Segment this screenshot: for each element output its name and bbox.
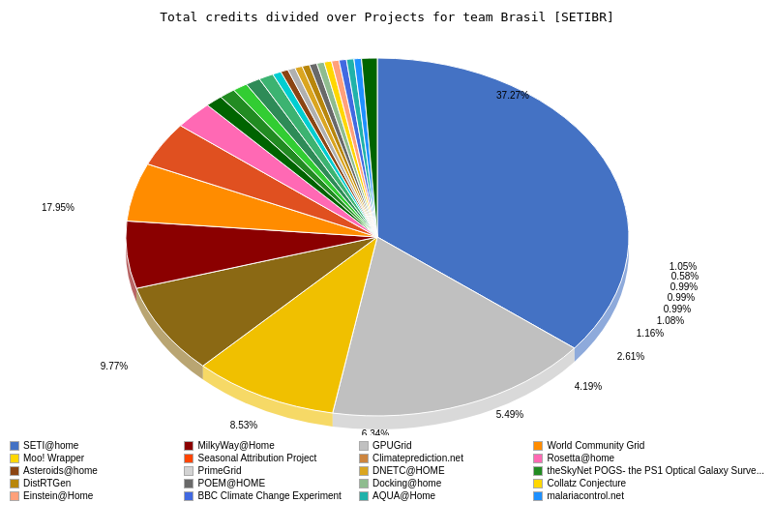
- pie-chart: 37.27%17.95%9.77%8.53%6.34%5.49%4.19%2.6…: [0, 29, 774, 435]
- legend-item: Einstein@Home: [10, 490, 179, 501]
- svg-text:37.27%: 37.27%: [496, 90, 529, 101]
- legend-label: POEM@HOME: [197, 478, 265, 488]
- legend-label: BBC Climate Change Experiment: [197, 490, 341, 501]
- legend-color-box: [184, 466, 194, 476]
- legend-color-box: [184, 441, 194, 451]
- svg-text:0.99%: 0.99%: [664, 304, 691, 314]
- legend-label: DNETC@HOME: [372, 465, 445, 476]
- legend-color-box: [184, 479, 194, 488]
- legend-label: MilkyWay@Home: [197, 440, 274, 451]
- legend-color-box: [359, 479, 369, 488]
- svg-text:17.95%: 17.95%: [42, 202, 74, 213]
- legend-item: malariacontrol.net: [533, 490, 764, 501]
- svg-text:2.61%: 2.61%: [617, 351, 644, 362]
- legend-label: AQUA@Home: [372, 490, 435, 501]
- chart-title: Total credits divided over Projects for …: [0, 0, 774, 29]
- svg-text:1.16%: 1.16%: [637, 328, 664, 339]
- legend-label: Collatz Conjecture: [547, 478, 626, 488]
- legend-item: DistRTGen: [10, 478, 179, 488]
- legend-item: BBC Climate Change Experiment: [184, 490, 353, 501]
- legend-color-box: [359, 441, 369, 451]
- legend-item: theSkyNet POGS- the PS1 Optical Galaxy S…: [533, 465, 764, 476]
- legend-label: malariacontrol.net: [547, 490, 623, 501]
- legend-item: MilkyWay@Home: [184, 440, 353, 451]
- legend-label: Climateprediction.net: [372, 453, 463, 463]
- legend-label: Moo! Wrapper: [23, 453, 84, 463]
- svg-text:9.77%: 9.77%: [101, 361, 128, 371]
- legend-color-box: [10, 466, 19, 476]
- legend-color-box: [10, 454, 19, 463]
- legend-color-box: [359, 466, 369, 476]
- chart-area: 37.27%17.95%9.77%8.53%6.34%5.49%4.19%2.6…: [0, 29, 774, 435]
- legend-area: SETI@homeMilkyWay@HomeGPUGridWorld Commu…: [0, 435, 774, 506]
- legend-label: Docking@home: [372, 478, 441, 488]
- legend-label: World Community Grid: [547, 440, 644, 451]
- legend-color-box: [184, 454, 194, 463]
- legend-item: World Community Grid: [533, 440, 764, 451]
- legend-color-box: [10, 479, 19, 488]
- legend-item: POEM@HOME: [184, 478, 353, 488]
- legend-label: DistRTGen: [23, 478, 71, 488]
- legend-label: Seasonal Attribution Project: [197, 453, 316, 463]
- legend-color-box: [10, 491, 19, 501]
- legend-color-box: [359, 454, 369, 463]
- svg-text:0.99%: 0.99%: [670, 281, 698, 292]
- legend-item: AQUA@Home: [359, 490, 528, 501]
- legend-item: GPUGrid: [359, 440, 528, 451]
- legend-color-box: [359, 491, 369, 501]
- svg-text:0.99%: 0.99%: [668, 292, 695, 303]
- chart-container: Total credits divided over Projects for …: [0, 0, 774, 532]
- legend-item: SETI@home: [10, 440, 179, 451]
- legend-item: Asteroids@home: [10, 465, 179, 476]
- legend-item: Moo! Wrapper: [10, 453, 179, 463]
- legend-item: PrimeGrid: [184, 465, 353, 476]
- legend-color-box: [10, 441, 19, 451]
- svg-text:6.34%: 6.34%: [362, 429, 389, 435]
- legend-color-box: [533, 454, 543, 463]
- legend-label: SETI@home: [23, 440, 78, 451]
- legend-label: theSkyNet POGS- the PS1 Optical Galaxy S…: [547, 465, 764, 476]
- legend-label: Asteroids@home: [23, 465, 98, 476]
- svg-text:5.49%: 5.49%: [496, 409, 523, 420]
- legend-color-box: [533, 491, 543, 501]
- legend-item: DNETC@HOME: [359, 465, 528, 476]
- legend-item: Collatz Conjecture: [533, 478, 764, 488]
- svg-text:4.19%: 4.19%: [575, 381, 602, 392]
- legend-color-box: [533, 466, 543, 476]
- legend-label: Rosetta@home: [547, 453, 614, 463]
- svg-text:1.08%: 1.08%: [657, 315, 684, 326]
- legend-label: GPUGrid: [372, 440, 412, 451]
- legend-item: Rosetta@home: [533, 453, 764, 463]
- legend-color-box: [184, 491, 194, 501]
- svg-text:8.53%: 8.53%: [230, 420, 257, 430]
- legend-label: PrimeGrid: [197, 465, 241, 476]
- svg-text:1.05%: 1.05%: [670, 261, 697, 272]
- legend-item: Climateprediction.net: [359, 453, 528, 463]
- legend-color-box: [533, 479, 543, 488]
- legend-item: Docking@home: [359, 478, 528, 488]
- legend-label: Einstein@Home: [23, 490, 93, 501]
- svg-text:0.58%: 0.58%: [671, 271, 699, 281]
- legend-color-box: [533, 441, 543, 451]
- legend-item: Seasonal Attribution Project: [184, 453, 353, 463]
